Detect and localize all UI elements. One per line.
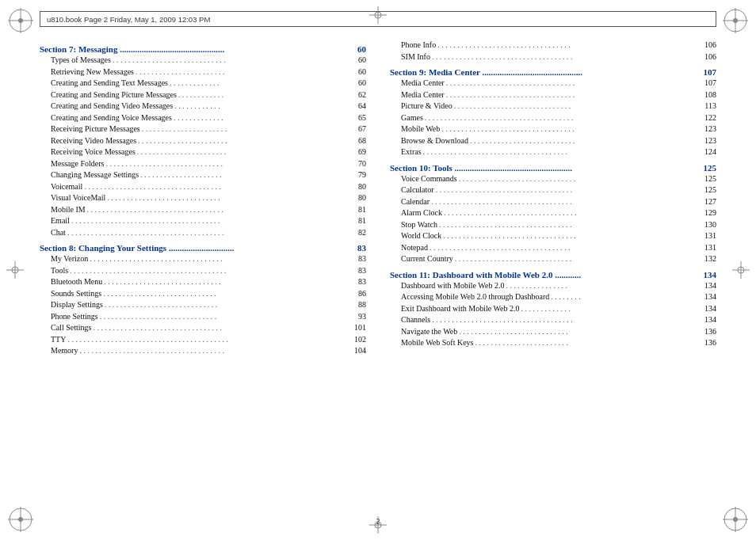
list-item: Sounds Settings . . . . . . . . . . . . … [40,288,366,300]
header-bar: u810.book Page 2 Friday, May 1, 2009 12:… [40,11,716,27]
corner-decoration-tr [721,6,750,35]
list-item: Creating and Sending Text Messages . . .… [40,78,366,89]
section-11-heading: Section 11: Dashboard with Mobile Web 2.… [390,270,716,280]
list-item: Mobile Web Soft Keys . . . . . . . . . .… [390,337,716,349]
list-item: Tools . . . . . . . . . . . . . . . . . … [40,265,366,277]
list-item: SIM Info . . . . . . . . . . . . . . . .… [390,51,716,63]
section-8-page: 83 [357,243,366,253]
section-11-page: 134 [704,270,717,280]
svg-point-7 [733,18,738,23]
list-item: Receiving Picture Messages . . . . . . .… [40,124,366,135]
section-10-page: 125 [704,163,717,173]
list-item: Display Settings . . . . . . . . . . . .… [40,299,366,311]
list-item: Creating and Sending Voice Messages . . … [40,112,366,124]
section-7-page: 60 [357,44,366,54]
list-item: My Verizon . . . . . . . . . . . . . . .… [40,253,366,265]
list-item: Channels . . . . . . . . . . . . . . . .… [390,314,716,326]
list-item: Visual VoiceMail . . . . . . . . . . . .… [40,192,366,204]
list-item: Creating and Sending Video Messages . . … [40,101,366,112]
list-item: Creating and Sending Picture Messages . … [40,89,366,101]
section-10-heading: Section 10: Tools ......................… [390,163,716,173]
section-9-page: 107 [704,67,717,77]
list-item: Receiving Video Messages . . . . . . . .… [40,135,366,147]
list-item: Phone Settings . . . . . . . . . . . . .… [40,311,366,323]
left-column: Section 7: Messaging ...................… [40,38,366,502]
list-item: Phone Info . . . . . . . . . . . . . . .… [390,40,716,51]
center-left-mark [6,261,24,279]
list-item: Calculator . . . . . . . . . . . . . . .… [390,184,716,196]
list-item: Calendar . . . . . . . . . . . . . . . .… [390,196,716,208]
list-item: World Clock . . . . . . . . . . . . . . … [390,230,716,242]
section-8-label: Section 8: Changing Your Settings ......… [40,243,234,253]
svg-point-3 [18,18,23,23]
svg-point-11 [18,517,23,522]
section-11-label: Section 11: Dashboard with Mobile Web 2.… [390,270,581,280]
list-item: Navigate the Web . . . . . . . . . . . .… [390,326,716,338]
right-column: Phone Info . . . . . . . . . . . . . . .… [390,38,716,502]
list-item: Voice Commands . . . . . . . . . . . . .… [390,173,716,185]
section-7-label: Section 7: Messaging ...................… [40,44,224,54]
list-item: Message Folders . . . . . . . . . . . . … [40,158,366,170]
section-10-label: Section 10: Tools ......................… [390,163,572,173]
list-item: Games . . . . . . . . . . . . . . . . . … [390,112,716,124]
list-item: Receiving Voice Messages . . . . . . . .… [40,146,366,158]
section-9-label: Section 9: Media Center ................… [390,67,582,77]
list-item: Stop Watch . . . . . . . . . . . . . . .… [390,219,716,231]
list-item: Mobile Web . . . . . . . . . . . . . . .… [390,124,716,135]
list-item: Email . . . . . . . . . . . . . . . . . … [40,215,366,227]
list-item: Exit Dashboard with Mobile Web 2.0 . . .… [390,303,716,315]
list-item: Current Country . . . . . . . . . . . . … [390,253,716,265]
list-item: Bluetooth Menu . . . . . . . . . . . . .… [40,276,366,288]
page-number: 2 [376,517,380,526]
toc-content: Section 7: Messaging ...................… [40,38,716,502]
section-7-heading: Section 7: Messaging ...................… [40,44,366,54]
center-right-mark [732,261,750,279]
list-item: Extras . . . . . . . . . . . . . . . . .… [390,146,716,158]
corner-decoration-br [721,505,750,534]
list-item: Memory . . . . . . . . . . . . . . . . .… [40,345,366,357]
list-item: Picture & Video . . . . . . . . . . . . … [390,101,716,112]
section-8-heading: Section 8: Changing Your Settings ......… [40,243,366,253]
list-item: Call Settings . . . . . . . . . . . . . … [40,322,366,334]
svg-point-15 [733,517,738,522]
list-item: Dashboard with Mobile Web 2.0 . . . . . … [390,280,716,292]
list-item: Types of Messages . . . . . . . . . . . … [40,55,366,67]
list-item: Media Center . . . . . . . . . . . . . .… [390,89,716,101]
list-item: Browse & Download . . . . . . . . . . . … [390,135,716,147]
list-item: Media Center . . . . . . . . . . . . . .… [390,78,716,89]
list-item: Voicemail . . . . . . . . . . . . . . . … [40,181,366,193]
list-item: Alarm Clock . . . . . . . . . . . . . . … [390,207,716,219]
list-item: Changing Message Settings . . . . . . . … [40,169,366,181]
list-item: Retrieving New Messages . . . . . . . . … [40,67,366,78]
header-text: u810.book Page 2 Friday, May 1, 2009 12:… [47,15,210,24]
list-item: TTY . . . . . . . . . . . . . . . . . . … [40,334,366,346]
corner-decoration-tl [6,6,35,35]
corner-decoration-bl [6,505,35,534]
list-item: Accessing Mobile Web 2.0 through Dashboa… [390,291,716,303]
section-9-heading: Section 9: Media Center ................… [390,67,716,77]
page: u810.book Page 2 Friday, May 1, 2009 12:… [0,0,756,540]
list-item: Mobile IM . . . . . . . . . . . . . . . … [40,204,366,216]
list-item: Notepad . . . . . . . . . . . . . . . . … [390,242,716,254]
list-item: Chat . . . . . . . . . . . . . . . . . .… [40,227,366,239]
